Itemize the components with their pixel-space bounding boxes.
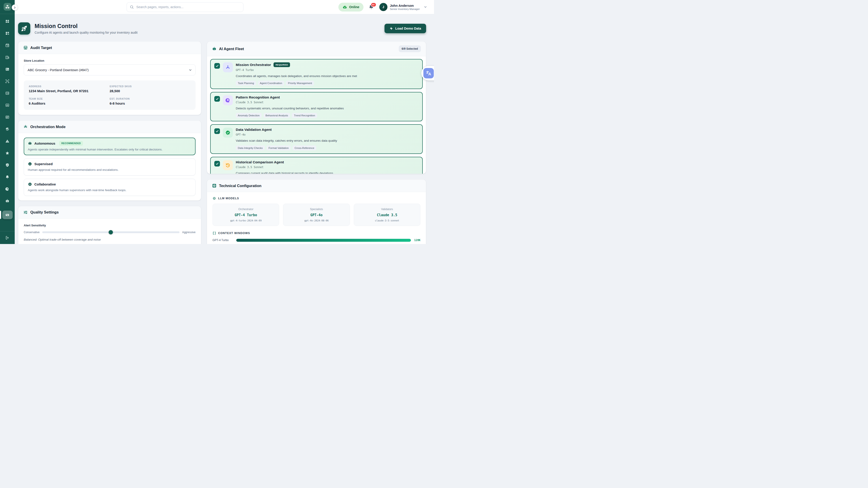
agent-card-historical-comparison[interactable]: Historical Comparison Agent Claude 3.5 S… bbox=[210, 157, 423, 174]
app-logo-boxes-icon[interactable] bbox=[4, 3, 11, 11]
load-demo-data-button[interactable]: Load Demo Data bbox=[384, 24, 426, 33]
model-box-validators: Validators Claude 3.5 claude-3-5-sonnet bbox=[354, 203, 421, 226]
orchestration-mode-card: Orchestration Mode Autonomous RECOMMENDE… bbox=[18, 121, 201, 201]
slider-thumb[interactable] bbox=[109, 230, 113, 234]
status-badge: Online bbox=[338, 3, 364, 11]
store-info-grid: ADDRESS 1234 Main Street, Portland, OR 9… bbox=[24, 80, 195, 110]
sidebar-item-qr-scan-icon[interactable] bbox=[5, 79, 10, 84]
orchestration-title: Orchestration Mode bbox=[30, 125, 66, 129]
sidebar-item-dashboard-icon[interactable] bbox=[5, 19, 10, 24]
mode-description: Agents work alongside human supervisors … bbox=[28, 188, 191, 193]
sidebar-item-bar-chart-icon[interactable] bbox=[5, 103, 10, 107]
context-row-gpt4-turbo: GPT-4 Turbo 128K bbox=[213, 238, 421, 242]
agent-name: Mission Orchestrator bbox=[236, 63, 271, 67]
agent-tag: Behavioral Analysis bbox=[264, 113, 290, 118]
status-label: Online bbox=[349, 5, 360, 9]
sidebar-divider bbox=[0, 14, 15, 14]
sidebar-item-shield-check-icon[interactable] bbox=[5, 163, 10, 167]
agent-description: Detects systematic errors, unusual count… bbox=[236, 106, 418, 110]
context-windows-label: CONTEXT WINDOWS bbox=[213, 231, 421, 235]
main-content: Mission Control Configure AI agents and … bbox=[15, 14, 434, 244]
agent-description: Validates scan data integrity, catches e… bbox=[236, 139, 418, 143]
mode-option-supervised[interactable]: Supervised Human approval required for a… bbox=[24, 158, 195, 175]
sidebar-item-clipboard-check-icon[interactable] bbox=[5, 67, 10, 71]
agent-checkbox-checked[interactable] bbox=[214, 63, 220, 69]
page-title: Mission Control bbox=[35, 23, 137, 29]
llm-model-grid: Orchestrator GPT-4 Turbo gpt-4-turbo-202… bbox=[213, 203, 421, 226]
notifications-button[interactable]: 9+ bbox=[368, 4, 374, 10]
ai-agent-fleet-card: AI Agent Fleet 6/9 Selected bbox=[207, 41, 426, 174]
fleet-selected-badge: 6/9 Selected bbox=[399, 45, 421, 52]
agent-list: Mission Orchestrator REQUIRED GPT-4 Turb… bbox=[207, 56, 426, 174]
agent-checkbox-checked[interactable] bbox=[214, 161, 220, 166]
sidebar-item-ai-brain-icon[interactable] bbox=[5, 187, 10, 191]
chevron-down-icon bbox=[188, 68, 192, 72]
logout-icon[interactable] bbox=[5, 235, 10, 240]
translate-widget[interactable] bbox=[421, 66, 434, 80]
slider-hint: Balanced: Optimal trade-off between cove… bbox=[24, 238, 195, 241]
network-hub-icon bbox=[223, 62, 233, 72]
history-clock-icon bbox=[223, 160, 233, 170]
agent-description: Coordinates all agents, manages task del… bbox=[236, 74, 418, 78]
sidebar-item-activity-monitor-active[interactable] bbox=[2, 210, 13, 219]
page-header: Mission Control Configure AI agents and … bbox=[18, 22, 426, 35]
alert-sensitivity-label: Alert Sensitivity bbox=[24, 224, 195, 227]
agent-tag: Anomaly Detection bbox=[236, 113, 262, 118]
mode-option-collaborative[interactable]: Collaborative Agents work alongside huma… bbox=[24, 179, 195, 196]
agent-checkbox-checked[interactable] bbox=[214, 128, 220, 134]
agent-card-mission-orchestrator[interactable]: Mission Orchestrator REQUIRED GPT-4 Turb… bbox=[210, 59, 423, 89]
network-hub-icon bbox=[23, 125, 28, 129]
sidebar-item-calendar-icon[interactable] bbox=[5, 43, 10, 47]
rocket-icon bbox=[18, 22, 30, 35]
check-icon bbox=[215, 162, 219, 165]
alert-sensitivity-slider-row: Conservative Aggressive bbox=[24, 231, 195, 234]
info-est-duration: EST. DURATION 6-8 hours bbox=[110, 97, 191, 105]
activity-icon bbox=[5, 213, 9, 217]
orchestration-body: Autonomous RECOMMENDED Agents operate in… bbox=[18, 133, 201, 200]
sidebar-item-columns-board-icon[interactable] bbox=[5, 91, 10, 95]
cloud-check-icon bbox=[342, 5, 347, 9]
info-address: ADDRESS 1234 Main Street, Portland, OR 9… bbox=[29, 85, 110, 93]
sidebar-nav bbox=[0, 19, 15, 219]
mode-name: Autonomous bbox=[34, 141, 55, 145]
store-icon bbox=[23, 45, 28, 50]
slider-max-label: Aggressive bbox=[182, 231, 195, 234]
check-icon bbox=[215, 64, 219, 68]
model-box-specialists: Specialists GPT-4o gpt-4o-2024-08-06 bbox=[283, 203, 350, 226]
sidebar-item-list-report-icon[interactable] bbox=[5, 115, 10, 119]
user-info: John Anderson Senior Inventory Manager bbox=[390, 4, 420, 10]
search-input[interactable] bbox=[127, 2, 243, 12]
sidebar-item-layout-add-icon[interactable] bbox=[5, 31, 10, 35]
robot-icon bbox=[212, 46, 217, 51]
sidebar-item-robot-icon[interactable] bbox=[5, 199, 10, 203]
sidebar-item-alerts-icon[interactable] bbox=[5, 139, 10, 143]
audit-target-body: Store Location ABC Grocery - Portland Do… bbox=[18, 54, 201, 115]
sidebar-divider-bottom bbox=[0, 231, 15, 231]
check-icon bbox=[215, 129, 219, 133]
required-badge: REQUIRED bbox=[274, 62, 290, 67]
agent-checkbox-checked[interactable] bbox=[214, 96, 220, 102]
sidebar-item-notifications-icon[interactable] bbox=[5, 175, 10, 179]
mode-option-autonomous[interactable]: Autonomous RECOMMENDED Agents operate in… bbox=[24, 138, 195, 155]
users-icon bbox=[28, 182, 32, 186]
agent-card-pattern-recognition[interactable]: Pattern Recognition Agent Claude 3.5 Son… bbox=[210, 92, 423, 121]
sensitivity-slider[interactable] bbox=[42, 231, 180, 233]
audit-target-header: Audit Target bbox=[18, 41, 201, 54]
chevron-right-icon bbox=[13, 6, 17, 9]
robot-icon bbox=[28, 141, 32, 145]
user-role: Senior Inventory Manager bbox=[390, 8, 420, 10]
store-location-select[interactable]: ABC Grocery - Portland Downtown (#847) bbox=[24, 64, 195, 75]
sidebar-expand-button[interactable] bbox=[12, 4, 18, 10]
brain-gear-icon bbox=[223, 95, 233, 105]
agent-tag: Task Planning bbox=[236, 80, 256, 86]
user-name: John Anderson bbox=[390, 4, 420, 8]
quality-title: Quality Settings bbox=[30, 210, 59, 215]
llm-models-section-label: LLM MODELS bbox=[213, 197, 421, 200]
agent-card-data-validation[interactable]: Data Validation Agent GPT-4o Validates s… bbox=[210, 124, 423, 154]
agent-tag: Priority Management bbox=[286, 80, 314, 86]
user-menu[interactable]: J John Anderson Senior Inventory Manager bbox=[379, 3, 427, 11]
sidebar-item-favorites-icon[interactable] bbox=[5, 151, 10, 155]
sidebar-item-building-icon[interactable] bbox=[5, 55, 10, 59]
sidebar-item-layers-icon[interactable] bbox=[5, 127, 10, 131]
agent-tag: Data Integrity Checks bbox=[236, 145, 265, 151]
